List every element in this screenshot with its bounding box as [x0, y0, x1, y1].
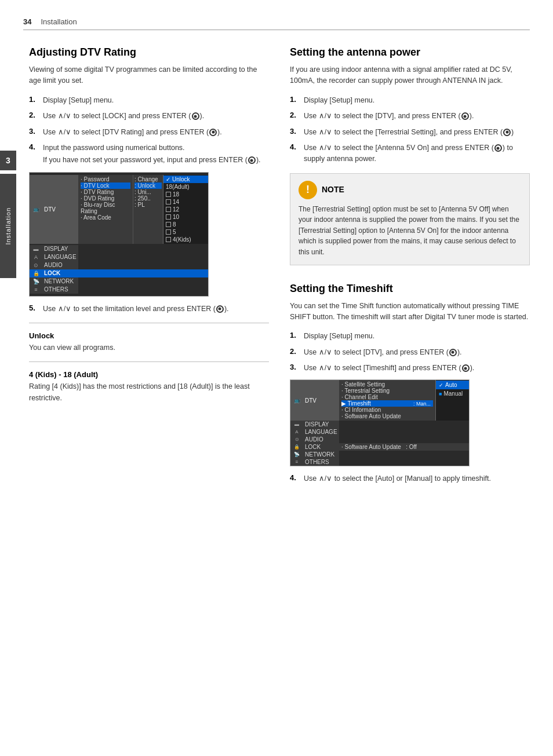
menu-dvdrating-item: · DVD Rating — [81, 195, 130, 202]
step-5-number: 5. — [29, 304, 41, 312]
enter-icon-a4 — [494, 144, 502, 152]
step-4-content: Input the password using numerical butto… — [43, 143, 261, 166]
checkbox-12 — [166, 207, 171, 212]
menu2-sub-manual: ■ Manual — [436, 389, 469, 398]
page-number: 34 — [23, 17, 31, 26]
dtv-rating-intro: Viewing of some digital TV programmes ca… — [29, 64, 269, 87]
menu-language-label: LANGUAGE — [42, 253, 78, 261]
menu2-ci-item: · CI Information — [341, 407, 433, 413]
timeshift-step-2: 2. Use ∧/∨ to select [DTV], and press EN… — [290, 347, 530, 358]
timeshift-step-3: 3. Use ∧/∨ to select [Timeshift] and pre… — [290, 363, 530, 374]
antenna-step-4-text: Use ∧/∨ to select the [Antenna 5V On] an… — [304, 143, 530, 165]
antenna-title: Setting the antenna power — [290, 46, 530, 59]
menu-display-label: DISPLAY — [42, 245, 78, 253]
menu-lock-icon: 🔒 — [33, 271, 39, 276]
timeshift-section: Setting the Timeshift You can set the Ti… — [290, 283, 530, 485]
timeshift-step-1: 1. Display [Setup] menu. — [290, 331, 530, 342]
checkbox-8 — [166, 222, 171, 227]
checkbox-4kids — [166, 237, 171, 242]
note-header: ! NOTE — [299, 181, 521, 199]
menu-sub-8: 8 — [163, 221, 208, 228]
menu2-dtv-label: DTV — [303, 380, 339, 421]
unlock-section: Unlock You can view all programs. — [29, 331, 269, 353]
menu-network-label: NETWORK — [42, 277, 78, 286]
timeshift-title: Setting the Timeshift — [290, 283, 530, 295]
divider-2 — [29, 361, 269, 362]
menu2-others-label: OTHERS — [303, 458, 339, 466]
menu-display-icon: ▬ — [34, 246, 39, 252]
menu-sub-5: 5 — [163, 228, 208, 236]
sidebar-number: 3 — [0, 151, 16, 170]
menu-network-icon: 📡 — [33, 279, 39, 284]
menu2-lock-icon: 🔒 — [294, 444, 300, 450]
step-4-text: Input the password using numerical butto… — [43, 144, 185, 152]
antenna-step-2-text: Use ∧/∨ to select the [DTV], and press E… — [304, 111, 530, 122]
menu2-language-label: LANGUAGE — [303, 428, 339, 436]
checkbox-18 — [166, 192, 171, 197]
menu2-lock-label: LOCK — [303, 443, 339, 451]
kids-adult-title: 4 (Kids) - 18 (Adult) — [29, 370, 269, 379]
timeshift-step-1-text: Display [Setup] menu. — [304, 331, 530, 342]
checkbox-14 — [166, 199, 171, 204]
checkbox-5 — [166, 229, 171, 235]
menu-sub-14: 14 — [163, 198, 208, 206]
step-3-number: 3. — [29, 127, 41, 136]
checkbox-10 — [166, 214, 171, 220]
enter-icon-a2 — [461, 112, 469, 120]
page-header-title: Installation — [41, 17, 77, 26]
menu-others-icon: ≡ — [34, 287, 37, 293]
menu2-software-item: · Software Auto Update — [341, 413, 433, 419]
menu2-display-label: DISPLAY — [303, 421, 339, 428]
antenna-step-1: 1. Display [Setup] menu. — [290, 95, 530, 106]
step-4-sub: If you have not set your password yet, i… — [43, 155, 261, 166]
note-exclamation-icon: ! — [299, 181, 317, 199]
timeshift-step-2-text: Use ∧/∨ to select [DTV], and press ENTER… — [304, 347, 530, 358]
step-2-number: 2. — [29, 111, 41, 119]
step-5: 5. Use ∧/∨ to set the limitation level a… — [29, 304, 269, 315]
menu-sub-12: 12 — [163, 206, 208, 213]
step-3: 3. Use ∧/∨ to select [DTV Rating] and pr… — [29, 127, 269, 138]
antenna-intro: If you are using indoor antenna with a s… — [290, 64, 530, 87]
antenna-step-3: 3. Use ∧/∨ to select the [Terrestrial Se… — [290, 127, 530, 138]
step-5-text: Use ∧/∨ to set the limitation level and … — [43, 304, 269, 315]
note-title: NOTE — [322, 184, 344, 196]
step-4: 4. Input the password using numerical bu… — [29, 143, 269, 166]
step-2: 2. Use ∧/∨ to select [LOCK] and press EN… — [29, 111, 269, 122]
menu2-network-label: NETWORK — [303, 451, 339, 458]
timeshift-intro: You can set the Time Shift function auto… — [290, 301, 530, 323]
kids-adult-section: 4 (Kids) - 18 (Adult) Rating [4 (Kids)] … — [29, 370, 269, 404]
menu-val-250: : 250.. — [134, 195, 162, 202]
menu-audio-icon: ⊙ — [34, 262, 38, 268]
left-column: Adjusting DTV Rating Viewing of some dig… — [23, 46, 269, 490]
menu-sub-unlock: ✓ Unlock — [163, 176, 208, 183]
menu-val-unlock: : Unlock — [134, 182, 162, 189]
menu2-timeshift-item: ▶ Timeshift : Man... — [341, 400, 433, 407]
enter-icon-5 — [216, 305, 224, 313]
enter-icon-t3 — [462, 364, 470, 372]
menu-val-change: : Change — [134, 176, 162, 182]
menu-others-label: OTHERS — [42, 286, 78, 294]
enter-icon — [192, 112, 199, 120]
menu-areacode-item: · Area Code — [81, 214, 130, 221]
menu-val-pl: : PL — [134, 202, 162, 208]
enter-icon-a3 — [503, 129, 511, 136]
menu-dtv-label: DTV — [42, 175, 78, 244]
timeshift-step-4: 4. Use ∧/∨ to select the [Auto] or [Manu… — [290, 473, 530, 484]
menu-sub-4kids: 4(Kids) — [163, 236, 208, 243]
menu-lock-label: LOCK — [42, 269, 78, 277]
timeshift-step-3-text: Use ∧/∨ to select [Timeshift] and press … — [304, 363, 530, 374]
unlock-text: You can view all programs. — [29, 342, 269, 353]
enter-icon-3 — [248, 156, 256, 164]
timeshift-step-4-text: Use ∧/∨ to select the [Auto] or [Manual]… — [304, 473, 530, 484]
divider-1 — [29, 323, 269, 323]
menu2-sat-item: · Satellite Setting — [341, 381, 433, 388]
menu2-tv-icon: 📺 — [294, 397, 300, 403]
timeshift-menu-screenshot: 📺 DTV · Satellite Setting · Terrestrial … — [290, 379, 470, 466]
menu-sub-10: 10 — [163, 213, 208, 221]
page: 3 Installation 34 Installation Adjusting… — [0, 0, 553, 756]
note-box: ! NOTE The [Terrestrial Setting] option … — [290, 173, 530, 265]
step-3-text: Use ∧/∨ to select [DTV Rating] and press… — [43, 127, 269, 138]
menu-sub-18: 18 — [163, 191, 208, 198]
menu2-network-icon: 📡 — [294, 452, 300, 457]
menu-dtvlock-item: · DTV Lock — [81, 182, 130, 189]
